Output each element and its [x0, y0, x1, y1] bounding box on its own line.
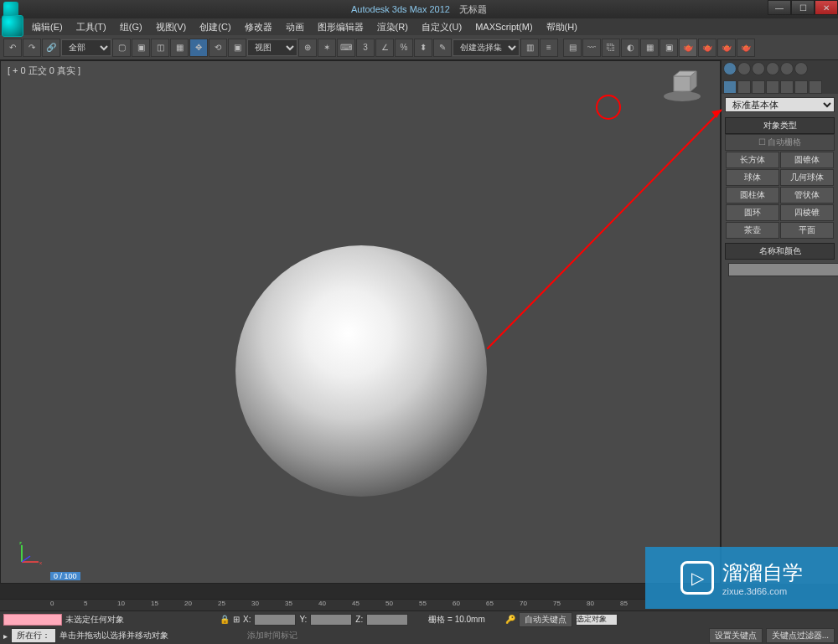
render-activeshade-icon[interactable]: 🫖: [717, 39, 736, 57]
snap-toggle-icon[interactable]: 3: [356, 39, 375, 57]
menu-render[interactable]: 渲染(R): [370, 19, 415, 35]
menu-modifiers[interactable]: 修改器: [238, 19, 279, 35]
menu-customize[interactable]: 自定义(U): [415, 19, 468, 35]
pyramid-button[interactable]: 四棱锥: [780, 204, 834, 221]
menu-graph-editors[interactable]: 图形编辑器: [311, 19, 370, 35]
spacewarps-subtab-icon[interactable]: [794, 80, 808, 94]
key-icon[interactable]: 🔑: [505, 615, 515, 624]
cone-button[interactable]: 圆锥体: [780, 152, 834, 168]
display-tab-icon[interactable]: [780, 62, 794, 75]
z-input[interactable]: [366, 614, 408, 626]
menu-help[interactable]: 帮助(H): [540, 19, 584, 35]
window-crossing-icon[interactable]: ▦: [170, 39, 189, 57]
render-preset-icon[interactable]: 🫖: [737, 39, 755, 57]
title-bar: Autodesk 3ds Max 2012 无标题 — ☐ ✕: [0, 0, 838, 18]
angle-snap-icon[interactable]: ∠: [375, 39, 394, 57]
rotate-icon[interactable]: ⟲: [209, 39, 227, 57]
ref-coord-dropdown[interactable]: 视图: [247, 39, 297, 56]
menu-group[interactable]: 组(G): [113, 19, 149, 35]
link-icon[interactable]: 🔗: [42, 39, 60, 57]
box-button[interactable]: 长方体: [726, 152, 779, 168]
material-editor-icon[interactable]: ◐: [621, 39, 639, 57]
menu-tools[interactable]: 工具(T): [70, 19, 113, 35]
coord-display-icon[interactable]: ⊞: [233, 615, 240, 624]
named-selection-dropdown[interactable]: 创建选择集: [453, 39, 520, 56]
utilities-tab-icon[interactable]: [794, 62, 808, 75]
watermark-sub: zixue.3d66.com: [722, 586, 803, 596]
maximize-button[interactable]: ☐: [791, 0, 815, 15]
lights-subtab-icon[interactable]: [752, 80, 765, 94]
selection-lock-icon[interactable]: [3, 614, 62, 626]
menu-view[interactable]: 视图(V): [149, 19, 194, 35]
torus-button[interactable]: 圆环: [726, 204, 779, 221]
autogrid-checkbox[interactable]: ☐ 自动栅格: [725, 134, 835, 151]
render-production-icon[interactable]: 🫖: [679, 39, 697, 57]
curve-editor-icon[interactable]: 〰: [582, 39, 601, 57]
select-name-icon[interactable]: ▣: [132, 39, 150, 57]
create-subtabs: [722, 79, 838, 94]
scale-icon[interactable]: ▣: [228, 39, 246, 57]
render-frame-icon[interactable]: ▣: [660, 39, 678, 57]
menu-create[interactable]: 创建(C): [193, 19, 237, 35]
lock-icon[interactable]: 🔒: [220, 615, 230, 624]
systems-subtab-icon[interactable]: [809, 80, 822, 94]
viewport-label[interactable]: [ + 0 正交 0 真实 ]: [8, 64, 80, 77]
cameras-subtab-icon[interactable]: [766, 80, 779, 94]
manipulate-icon[interactable]: ✶: [318, 39, 336, 57]
move-icon[interactable]: ✥: [189, 39, 208, 57]
keyfilter-button[interactable]: 关键点过滤器...: [766, 628, 835, 643]
grid-status: 栅格 = 10.0mm: [428, 614, 485, 626]
undo-icon[interactable]: ↶: [3, 39, 22, 57]
helpers-subtab-icon[interactable]: [780, 80, 794, 94]
motion-tab-icon[interactable]: [766, 62, 779, 75]
sphere-object[interactable]: [235, 245, 487, 497]
layer-manager-icon[interactable]: ▤: [563, 39, 582, 57]
sphere-button[interactable]: 球体: [726, 169, 779, 186]
select-icon[interactable]: ▢: [112, 39, 131, 57]
percent-snap-icon[interactable]: %: [395, 39, 413, 57]
object-name-input[interactable]: [728, 263, 838, 276]
viewport[interactable]: [ + 0 正交 0 真实 ] z x: [0, 60, 721, 584]
schematic-view-icon[interactable]: ⿻: [602, 39, 620, 57]
plane-button[interactable]: 平面: [780, 222, 834, 239]
add-time-tag[interactable]: 添加时间标记: [247, 630, 297, 641]
geometry-subtab-icon[interactable]: [723, 80, 737, 94]
menu-edit[interactable]: 编辑(E): [25, 19, 70, 35]
align-icon[interactable]: ≡: [540, 39, 558, 57]
viewcube-icon[interactable]: [661, 70, 703, 103]
time-marker[interactable]: 0 / 100: [50, 572, 80, 580]
create-tab-icon[interactable]: [723, 62, 737, 75]
selected-obj-input[interactable]: [576, 614, 618, 626]
name-color-header[interactable]: 名称和颜色: [725, 243, 835, 260]
setkey-button[interactable]: 设置关键点: [709, 628, 763, 643]
minimize-button[interactable]: —: [768, 0, 791, 15]
render-iterative-icon[interactable]: 🫖: [698, 39, 716, 57]
pivot-icon[interactable]: ⊕: [298, 39, 317, 57]
edit-named-sel-icon[interactable]: ✎: [433, 39, 452, 57]
keyboard-shortcut-icon[interactable]: ⌨: [337, 39, 355, 57]
tube-button[interactable]: 管状体: [780, 187, 834, 204]
shapes-subtab-icon[interactable]: [737, 80, 751, 94]
redo-icon[interactable]: ↷: [23, 39, 41, 57]
svg-line-9: [487, 110, 722, 349]
autokey-button[interactable]: 自动关键点: [519, 612, 572, 627]
render-setup-icon[interactable]: ▦: [640, 39, 659, 57]
mirror-icon[interactable]: ▥: [520, 39, 539, 57]
app-menu-icon[interactable]: [2, 15, 23, 37]
object-type-header[interactable]: 对象类型: [725, 117, 835, 134]
hierarchy-tab-icon[interactable]: [752, 62, 765, 75]
filter-dropdown[interactable]: 全部: [61, 39, 111, 56]
y-input[interactable]: [310, 614, 352, 626]
spinner-snap-icon[interactable]: ⬍: [414, 39, 432, 57]
cylinder-button[interactable]: 圆柱体: [726, 187, 779, 204]
select-region-icon[interactable]: ◫: [151, 39, 169, 57]
geosphere-button[interactable]: 几何球体: [780, 169, 834, 186]
x-input[interactable]: [254, 614, 296, 626]
menu-animation[interactable]: 动画: [279, 19, 311, 35]
location-label: 所在行：: [11, 628, 56, 643]
primitive-category-dropdown[interactable]: 标准基本体: [725, 97, 835, 112]
close-button[interactable]: ✕: [815, 0, 838, 15]
menu-maxscript[interactable]: MAXScript(M): [468, 20, 539, 33]
teapot-button[interactable]: 茶壶: [726, 222, 779, 239]
modify-tab-icon[interactable]: [737, 62, 751, 75]
